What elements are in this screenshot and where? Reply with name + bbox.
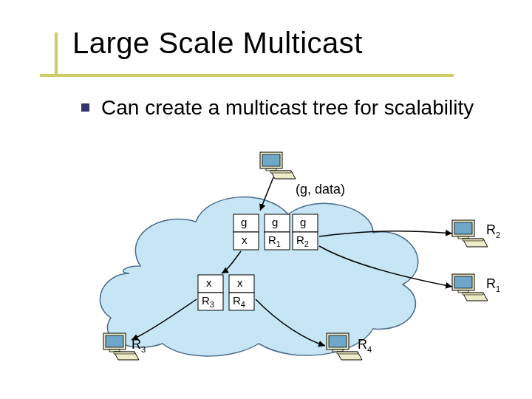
label-r4: R4 [358,337,372,354]
pc-r2-icon [452,220,488,247]
tbl-mr-r1: x [237,276,243,289]
tbl-ml-r1: x [206,276,212,289]
tbl-tr-r1: g [300,216,306,228]
pc-r1-icon [452,274,488,301]
multicast-diagram [0,0,532,399]
label-r1: R1 [486,276,500,293]
label-r2: R2 [486,222,500,239]
packet-label: (g, data) [296,182,345,197]
tbl-tr-r2: R2 [296,233,309,248]
tbl-tl-r1: g [241,216,247,228]
sender-pc-icon [260,152,296,179]
tbl-mr-r2: R4 [233,294,245,309]
tbl-tl-r2: x [242,233,248,246]
tbl-tm-r2: R1 [268,233,281,248]
tbl-tm-r1: g [272,216,278,228]
tbl-ml-r2: R3 [202,294,214,309]
label-r3: R3 [132,337,146,354]
network-cloud [100,197,417,356]
